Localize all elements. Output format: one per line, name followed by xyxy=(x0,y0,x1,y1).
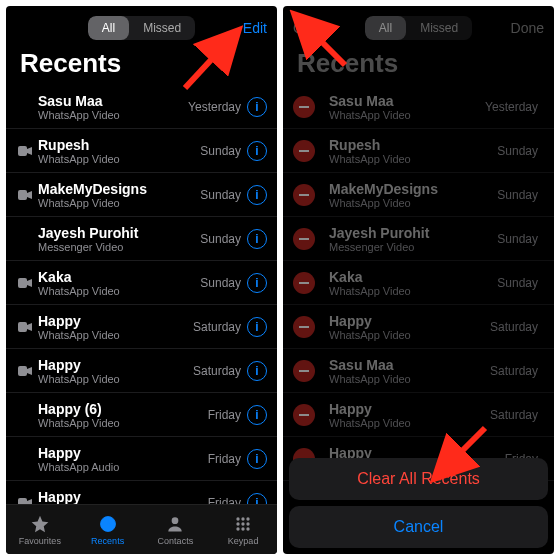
call-row[interactable]: HappyWhatsApp VideoSaturdayi xyxy=(6,349,277,393)
caller-name: Rupesh xyxy=(38,137,200,153)
call-row[interactable]: Happy (6)WhatsApp VideoFridayi xyxy=(6,393,277,437)
caller-name: Happy xyxy=(38,313,193,329)
call-time: Sunday xyxy=(497,188,538,202)
delete-icon[interactable] xyxy=(293,360,315,382)
svg-point-10 xyxy=(241,517,244,520)
call-row-edit[interactable]: RupeshWhatsApp VideoSunday xyxy=(283,129,554,173)
call-row-edit[interactable]: Jayesh PurohitMessenger VideoSunday xyxy=(283,217,554,261)
info-icon[interactable]: i xyxy=(247,361,267,381)
info-icon[interactable]: i xyxy=(247,273,267,293)
call-time: Sunday xyxy=(497,144,538,158)
delete-icon[interactable] xyxy=(293,140,315,162)
call-row[interactable]: HappyWhatsApp AudioFridayi xyxy=(6,437,277,481)
call-row[interactable]: HappyWhatsApp VideoSaturdayi xyxy=(6,305,277,349)
recents-edit-screen: Clear All Missed Done Recents Sasu MaaWh… xyxy=(283,6,554,554)
svg-point-16 xyxy=(241,527,244,530)
tab-bar: Favourites Recents Contacts xyxy=(6,504,277,554)
call-row-edit[interactable]: Sasu MaaWhatsApp VideoSaturday xyxy=(283,349,554,393)
svg-point-9 xyxy=(236,517,239,520)
tab-label: Recents xyxy=(91,536,124,546)
svg-point-12 xyxy=(236,522,239,525)
seg-missed[interactable]: Missed xyxy=(406,16,472,40)
tab-recents[interactable]: Recents xyxy=(74,514,142,546)
clear-all-recents-button[interactable]: Clear All Recents xyxy=(289,458,548,500)
call-row[interactable]: Jayesh PurohitMessenger VideoSundayi xyxy=(6,217,277,261)
call-time: Saturday xyxy=(490,320,538,334)
call-time: Yesterday xyxy=(485,100,538,114)
clear-button[interactable]: Clear xyxy=(293,20,333,36)
call-time: Sunday xyxy=(200,144,241,158)
keypad-icon xyxy=(233,514,253,534)
call-row[interactable]: KakaWhatsApp VideoSundayi xyxy=(6,261,277,305)
info-icon[interactable]: i xyxy=(247,141,267,161)
call-time: Friday xyxy=(208,452,241,466)
action-sheet: Clear All Recents Cancel xyxy=(289,458,548,548)
tab-keypad[interactable]: Keypad xyxy=(209,514,277,546)
caller-name: Rupesh xyxy=(329,137,497,153)
video-icon xyxy=(16,278,34,288)
call-row-edit[interactable]: HappyWhatsApp VideoSaturday xyxy=(283,305,554,349)
call-source: WhatsApp Video xyxy=(38,417,208,429)
info-icon[interactable]: i xyxy=(247,229,267,249)
svg-rect-1 xyxy=(18,190,27,200)
cancel-button[interactable]: Cancel xyxy=(289,506,548,548)
delete-icon[interactable] xyxy=(293,184,315,206)
caller-name: Happy xyxy=(38,489,208,505)
tab-favourites[interactable]: Favourites xyxy=(6,514,74,546)
info-icon[interactable]: i xyxy=(247,405,267,425)
call-source: WhatsApp Video xyxy=(329,373,490,385)
video-icon xyxy=(16,190,34,200)
page-title: Recents xyxy=(283,46,554,85)
segmented-control[interactable]: All Missed xyxy=(365,16,472,40)
recents-list[interactable]: Sasu MaaWhatsApp VideoYesterdayiRupeshWh… xyxy=(6,85,277,554)
caller-name: Sasu Maa xyxy=(329,357,490,373)
caller-name: Happy xyxy=(329,401,490,417)
tab-label: Keypad xyxy=(228,536,259,546)
call-time: Sunday xyxy=(497,232,538,246)
info-icon[interactable]: i xyxy=(247,185,267,205)
tab-contacts[interactable]: Contacts xyxy=(142,514,210,546)
done-button[interactable]: Done xyxy=(504,20,544,36)
call-row[interactable]: RupeshWhatsApp VideoSundayi xyxy=(6,129,277,173)
call-time: Yesterday xyxy=(188,100,241,114)
svg-point-14 xyxy=(246,522,249,525)
svg-rect-3 xyxy=(18,322,27,332)
person-icon xyxy=(165,514,185,534)
video-icon xyxy=(16,366,34,376)
caller-name: Sasu Maa xyxy=(329,93,485,109)
delete-icon[interactable] xyxy=(293,228,315,250)
caller-name: Happy xyxy=(38,445,208,461)
call-source: WhatsApp Video xyxy=(329,329,490,341)
info-icon[interactable]: i xyxy=(247,317,267,337)
recents-screen: All Missed Edit Recents Sasu MaaWhatsApp… xyxy=(6,6,277,554)
tab-label: Contacts xyxy=(158,536,194,546)
call-time: Sunday xyxy=(200,232,241,246)
call-row-edit[interactable]: Sasu MaaWhatsApp VideoYesterday xyxy=(283,85,554,129)
caller-name: Happy xyxy=(38,357,193,373)
delete-icon[interactable] xyxy=(293,96,315,118)
info-icon[interactable]: i xyxy=(247,97,267,117)
call-source: WhatsApp Video xyxy=(329,197,497,209)
call-time: Saturday xyxy=(193,364,241,378)
svg-point-15 xyxy=(236,527,239,530)
seg-all[interactable]: All xyxy=(365,16,406,40)
delete-icon[interactable] xyxy=(293,404,315,426)
call-source: WhatsApp Audio xyxy=(38,461,208,473)
caller-name: Sasu Maa xyxy=(38,93,188,109)
svg-point-17 xyxy=(246,527,249,530)
delete-icon[interactable] xyxy=(293,272,315,294)
delete-icon[interactable] xyxy=(293,316,315,338)
seg-missed[interactable]: Missed xyxy=(129,16,195,40)
edit-button[interactable]: Edit xyxy=(227,20,267,36)
call-row[interactable]: Sasu MaaWhatsApp VideoYesterdayi xyxy=(6,85,277,129)
recents-list-edit[interactable]: Sasu MaaWhatsApp VideoYesterdayRupeshWha… xyxy=(283,85,554,481)
call-row-edit[interactable]: HappyWhatsApp VideoSaturday xyxy=(283,393,554,437)
video-icon xyxy=(16,322,34,332)
call-row-edit[interactable]: KakaWhatsApp VideoSunday xyxy=(283,261,554,305)
segmented-control[interactable]: All Missed xyxy=(88,16,195,40)
info-icon[interactable]: i xyxy=(247,449,267,469)
caller-name: MakeMyDesigns xyxy=(38,181,200,197)
seg-all[interactable]: All xyxy=(88,16,129,40)
call-row-edit[interactable]: MakeMyDesignsWhatsApp VideoSunday xyxy=(283,173,554,217)
call-row[interactable]: MakeMyDesignsWhatsApp VideoSundayi xyxy=(6,173,277,217)
